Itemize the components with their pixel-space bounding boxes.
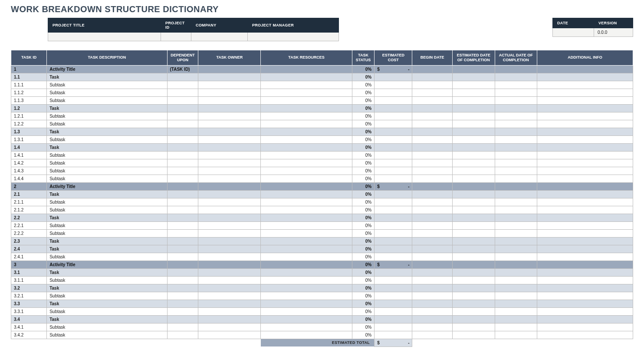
cell-description[interactable]: Subtask (47, 292, 167, 300)
cell-act-completion[interactable] (495, 214, 537, 221)
cell-resources[interactable] (261, 190, 352, 198)
cell-act-completion[interactable] (495, 73, 537, 81)
cell-owner[interactable] (198, 229, 261, 237)
cell-status[interactable]: 0% (352, 151, 374, 159)
cell-owner[interactable] (198, 167, 261, 175)
cell-owner[interactable] (198, 245, 261, 253)
cell-act-completion[interactable] (495, 253, 537, 261)
cell-act-completion[interactable] (495, 245, 537, 253)
cell-est-completion[interactable] (452, 65, 495, 73)
cell-act-completion[interactable] (495, 331, 537, 339)
cell-owner[interactable] (198, 175, 261, 182)
cell-cost[interactable] (375, 151, 412, 159)
cell-begin-date[interactable] (412, 245, 452, 253)
cell-begin-date[interactable] (412, 237, 452, 245)
cell-owner[interactable] (198, 292, 261, 300)
cell-task-id[interactable]: 3.4.2 (11, 331, 47, 339)
cell-cost[interactable]: $- (375, 65, 412, 73)
cell-task-id[interactable]: 3.4.1 (11, 323, 47, 331)
cell-cost[interactable] (375, 237, 412, 245)
cell-resources[interactable] (261, 120, 352, 128)
cell-dependent[interactable] (167, 182, 198, 190)
cell-info[interactable] (537, 81, 633, 89)
cell-description[interactable]: Subtask (47, 159, 167, 167)
cell-begin-date[interactable] (412, 143, 452, 151)
cell-est-completion[interactable] (452, 143, 495, 151)
cell-cost[interactable] (375, 198, 412, 206)
cell-act-completion[interactable] (495, 323, 537, 331)
cell-begin-date[interactable] (412, 112, 452, 120)
cell-status[interactable]: 0% (352, 96, 374, 104)
cell-info[interactable] (537, 198, 633, 206)
cell-status[interactable]: 0% (352, 237, 374, 245)
cell-owner[interactable] (198, 89, 261, 96)
cell-cost[interactable] (375, 214, 412, 221)
cell-act-completion[interactable] (495, 65, 537, 73)
cell-resources[interactable] (261, 182, 352, 190)
cell-resources[interactable] (261, 229, 352, 237)
cell-info[interactable] (537, 307, 633, 315)
cell-est-completion[interactable] (452, 206, 495, 214)
cell-status[interactable]: 0% (352, 245, 374, 253)
cell-begin-date[interactable] (412, 261, 452, 268)
cell-est-completion[interactable] (452, 190, 495, 198)
cell-task-id[interactable]: 1.4.3 (11, 167, 47, 175)
cell-info[interactable] (537, 315, 633, 323)
cell-info[interactable] (537, 182, 633, 190)
cell-owner[interactable] (198, 73, 261, 81)
cell-dependent[interactable] (167, 292, 198, 300)
cell-cost[interactable] (375, 245, 412, 253)
cell-resources[interactable] (261, 175, 352, 182)
cell-info[interactable] (537, 151, 633, 159)
cell-begin-date[interactable] (412, 89, 452, 96)
cell-begin-date[interactable] (412, 214, 452, 221)
cell-est-completion[interactable] (452, 268, 495, 276)
cell-est-completion[interactable] (452, 323, 495, 331)
cell-act-completion[interactable] (495, 159, 537, 167)
cell-dependent[interactable] (167, 104, 198, 112)
cell-status[interactable]: 0% (352, 307, 374, 315)
cell-status[interactable]: 0% (352, 182, 374, 190)
cell-task-id[interactable]: 2.1.2 (11, 206, 47, 214)
cell-description[interactable]: Task (47, 190, 167, 198)
cell-cost[interactable] (375, 112, 412, 120)
cell-description[interactable]: Task (47, 237, 167, 245)
cell-task-id[interactable]: 2.4.1 (11, 253, 47, 261)
cell-cost[interactable] (375, 276, 412, 284)
cell-description[interactable]: Task (47, 214, 167, 221)
cell-cost[interactable] (375, 159, 412, 167)
cell-task-id[interactable]: 3.3 (11, 300, 47, 307)
cell-status[interactable]: 0% (352, 206, 374, 214)
cell-owner[interactable] (198, 300, 261, 307)
cell-task-id[interactable]: 1.4.4 (11, 175, 47, 182)
cell-act-completion[interactable] (495, 300, 537, 307)
cell-cost[interactable] (375, 128, 412, 135)
cell-dependent[interactable] (167, 128, 198, 135)
cell-dependent[interactable] (167, 307, 198, 315)
cell-owner[interactable] (198, 65, 261, 73)
cell-info[interactable] (537, 167, 633, 175)
cell-cost[interactable] (375, 300, 412, 307)
cell-cost[interactable] (375, 143, 412, 151)
cell-act-completion[interactable] (495, 268, 537, 276)
cell-task-id[interactable]: 1.4.1 (11, 151, 47, 159)
cell-begin-date[interactable] (412, 292, 452, 300)
cell-cost[interactable] (375, 292, 412, 300)
cell-est-completion[interactable] (452, 237, 495, 245)
cell-resources[interactable] (261, 221, 352, 229)
cell-description[interactable]: Activity Title (47, 65, 167, 73)
cell-dependent[interactable] (167, 73, 198, 81)
cell-task-id[interactable]: 2 (11, 182, 47, 190)
cell-status[interactable]: 0% (352, 276, 374, 284)
cell-owner[interactable] (198, 221, 261, 229)
cell-est-completion[interactable] (452, 214, 495, 221)
cell-task-id[interactable]: 3.1.1 (11, 276, 47, 284)
cell-dependent[interactable] (167, 198, 198, 206)
cell-resources[interactable] (261, 159, 352, 167)
cell-info[interactable] (537, 331, 633, 339)
cell-resources[interactable] (261, 307, 352, 315)
cell-est-completion[interactable] (452, 89, 495, 96)
cell-cost[interactable] (375, 307, 412, 315)
cell-begin-date[interactable] (412, 300, 452, 307)
cell-cost[interactable] (375, 268, 412, 276)
